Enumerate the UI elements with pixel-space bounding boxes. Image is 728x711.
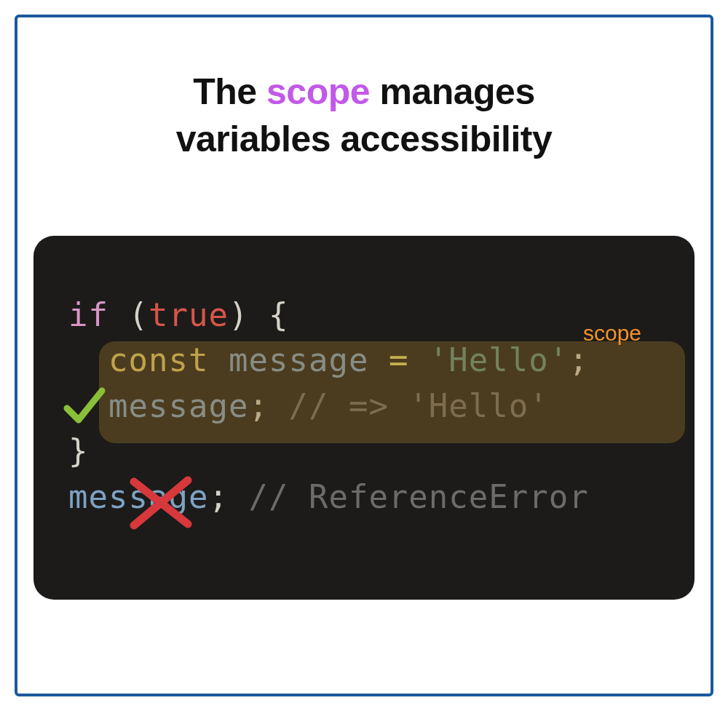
token-if: if <box>68 296 108 333</box>
token-brace-close: } <box>68 432 89 469</box>
token-comment-referror: // ReferenceError <box>248 478 588 515</box>
token-const: const <box>108 341 208 378</box>
title-before: The <box>193 71 266 112</box>
token-semicolon-3: ; <box>208 478 229 515</box>
token-message-decl: message <box>229 341 368 378</box>
token-paren-open: ( <box>128 296 149 333</box>
code-block: if (true) { const message = 'Hello'; mes… <box>33 236 695 600</box>
slide-title: The scope manages variables accessibilit… <box>33 68 695 163</box>
token-brace-open: { <box>269 296 289 333</box>
token-comment-hello: // => 'Hello' <box>288 387 548 424</box>
token-message-use-2: message <box>68 478 208 515</box>
token-string-hello: 'Hello' <box>429 341 569 378</box>
token-semicolon-2: ; <box>248 387 269 424</box>
slide-frame: The scope manages variables accessibilit… <box>15 15 713 696</box>
title-after: manages <box>370 71 535 112</box>
token-true: true <box>149 296 229 333</box>
token-paren-close: ) <box>229 296 249 333</box>
title-line2: variables accessibility <box>176 119 553 159</box>
title-highlight-word: scope <box>266 71 370 112</box>
token-assign: = <box>389 341 409 378</box>
token-semicolon-1: ; <box>569 341 589 378</box>
token-message-use-1: message <box>108 387 248 424</box>
code-content: if (true) { const message = 'Hello'; mes… <box>33 293 695 520</box>
